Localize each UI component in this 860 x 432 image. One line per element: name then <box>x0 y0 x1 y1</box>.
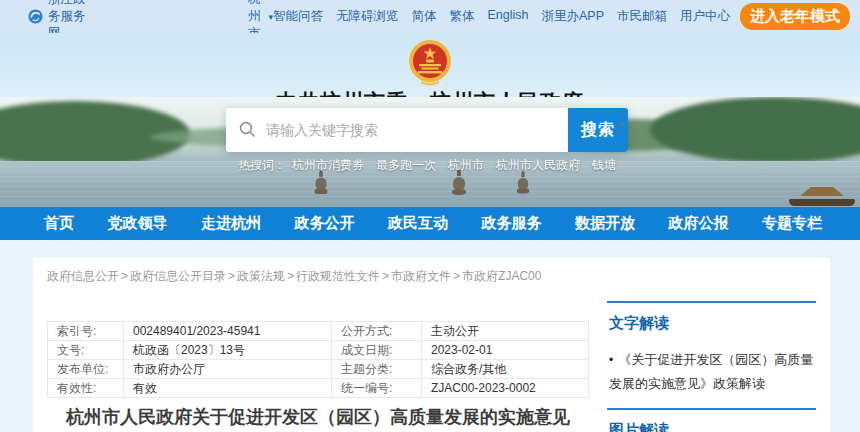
search-input[interactable] <box>226 108 568 152</box>
hot-word-link[interactable]: 杭州市 <box>448 158 484 172</box>
breadcrumb-item[interactable]: 行政规范性文件 <box>296 269 380 283</box>
meta-label: 发布单位: <box>48 360 124 379</box>
document-main-column: 索引号: 002489401/2023-45941 公开方式: 主动公开 文号:… <box>47 301 589 432</box>
text-interpretation-section: 文字解读 •《关于促进开发区（园区）高质量发展的实施意见》政策解读 <box>607 301 816 395</box>
page-body: 政府信息公开>政府信息公开目录>政策法规>行政规范性文件>市政府文件>市政府ZJ… <box>0 258 860 432</box>
breadcrumb-separator: > <box>382 269 389 283</box>
bullet-icon: • <box>609 353 613 367</box>
top-links: 智能问答 无障碍浏览 简体 繁体 English 浙里办APP 市民邮箱 用户中… <box>273 8 730 25</box>
nav-item-gov-disclosure[interactable]: 政务公开 <box>295 214 355 233</box>
breadcrumb-item[interactable]: 政府信息公开 <box>47 269 119 283</box>
breadcrumb-separator: > <box>453 269 460 283</box>
elder-mode-button[interactable]: 进入老年模式 <box>740 3 850 30</box>
nav-item-about-hangzhou[interactable]: 走进杭州 <box>201 214 261 233</box>
meta-label: 主题分类: <box>332 360 422 379</box>
image-interpretation-section: 图片解读 <box>607 408 816 432</box>
header-banner: 中共杭州市委 杭州市人民政府 搜索 热搜词：杭州市消费券最多跑一次杭州市杭州市人… <box>0 33 860 207</box>
hot-word-link[interactable]: 杭州市人民政府 <box>496 158 580 172</box>
meta-value: ZJAC00-2023-0002 <box>422 379 589 398</box>
meta-label: 成文日期: <box>332 341 422 360</box>
breadcrumb-item[interactable]: 政府信息公开目录 <box>130 269 226 283</box>
breadcrumb: 政府信息公开>政府信息公开目录>政策法规>行政规范性文件>市政府文件>市政府ZJ… <box>47 268 816 285</box>
document-title: 杭州市人民政府关于促进开发区（园区）高质量发展的实施意见 <box>47 405 589 429</box>
top-link-citizen-mailbox[interactable]: 市民邮箱 <box>617 8 667 25</box>
traditional-boat <box>787 187 857 206</box>
search-bar: 搜索 <box>226 108 628 152</box>
meta-value: 主动公开 <box>422 322 589 341</box>
tree-silhouette <box>650 97 860 163</box>
hot-search-label: 热搜词： <box>238 158 286 172</box>
text-interpretation-heading: 文字解读 <box>609 314 816 333</box>
hot-search-words: 热搜词：杭州市消费券最多跑一次杭州市杭州市人民政府钱塘 <box>0 157 860 174</box>
breadcrumb-separator: > <box>228 269 235 283</box>
meta-label: 文号: <box>48 341 124 360</box>
meta-value: 2023-02-01 <box>422 341 589 360</box>
nav-item-leaders[interactable]: 党政领导 <box>108 214 168 233</box>
top-link-english[interactable]: English <box>487 8 528 25</box>
nav-item-open-data[interactable]: 数据开放 <box>575 214 635 233</box>
top-utility-bar: 浙江政务服务网 杭州市 ▾ 智能问答 无障碍浏览 简体 繁体 English 浙… <box>0 0 860 33</box>
breadcrumb-item[interactable]: 市政府ZJAC00 <box>462 269 541 283</box>
meta-label: 公开方式: <box>332 322 422 341</box>
table-row: 有效性: 有效 统一编号: ZJAC00-2023-0002 <box>48 379 589 398</box>
top-link-accessibility[interactable]: 无障碍浏览 <box>336 8 399 25</box>
search-icon <box>239 121 256 138</box>
breadcrumb-item[interactable]: 市政府文件 <box>391 269 451 283</box>
search-button[interactable]: 搜索 <box>568 108 628 152</box>
text-interpretation-link[interactable]: •《关于促进开发区（园区）高质量发展的实施意见》政策解读 <box>609 348 816 395</box>
nav-item-gov-gazette[interactable]: 政府公报 <box>669 214 729 233</box>
meta-value: 002489401/2023-45941 <box>124 322 332 341</box>
main-navbar: 首页 党政领导 走进杭州 政务公开 政民互动 政务服务 数据开放 政府公报 专题… <box>0 207 860 240</box>
national-emblem-icon <box>407 37 453 89</box>
stone-pagoda <box>517 171 529 197</box>
hot-word-link[interactable]: 钱塘 <box>592 158 616 172</box>
breadcrumb-item[interactable]: 政策法规 <box>237 269 285 283</box>
breadcrumb-separator: > <box>121 269 128 283</box>
top-link-traditional[interactable]: 繁体 <box>449 8 474 25</box>
breadcrumb-separator: > <box>287 269 294 283</box>
meta-value: 综合政务/其他 <box>422 360 589 379</box>
top-link-zheliban-app[interactable]: 浙里办APP <box>541 8 604 25</box>
meta-value: 市政府办公厅 <box>124 360 332 379</box>
hot-word-link[interactable]: 杭州市消费券 <box>292 158 364 172</box>
content-row: 索引号: 002489401/2023-45941 公开方式: 主动公开 文号:… <box>47 301 816 432</box>
table-row: 发布单位: 市政府办公厅 主题分类: 综合政务/其他 <box>48 360 589 379</box>
interpretation-sidebar: 文字解读 •《关于促进开发区（园区）高质量发展的实施意见》政策解读 图片解读 <box>607 301 816 432</box>
meta-label: 统一编号: <box>332 379 422 398</box>
meta-label: 索引号: <box>48 322 124 341</box>
top-link-smart-qa[interactable]: 智能问答 <box>273 8 323 25</box>
top-link-simplified[interactable]: 简体 <box>411 8 436 25</box>
document-metadata-table: 索引号: 002489401/2023-45941 公开方式: 主动公开 文号:… <box>47 321 589 398</box>
zhejiang-gov-logo-icon <box>28 9 43 24</box>
hot-word-link[interactable]: 最多跑一次 <box>376 158 436 172</box>
table-row: 索引号: 002489401/2023-45941 公开方式: 主动公开 <box>48 322 589 341</box>
content-card: 政府信息公开>政府信息公开目录>政策法规>行政规范性文件>市政府文件>市政府ZJ… <box>33 258 830 432</box>
meta-value: 有效 <box>124 379 332 398</box>
nav-item-interaction[interactable]: 政民互动 <box>388 214 448 233</box>
stone-pagoda <box>315 170 328 198</box>
meta-value: 杭政函〔2023〕13号 <box>124 341 332 360</box>
nav-item-gov-services[interactable]: 政务服务 <box>482 214 542 233</box>
nav-item-home[interactable]: 首页 <box>44 214 74 233</box>
image-interpretation-heading: 图片解读 <box>609 421 816 432</box>
nav-item-special-topics[interactable]: 专题专栏 <box>762 214 822 233</box>
meta-label: 有效性: <box>48 379 124 398</box>
table-row: 文号: 杭政函〔2023〕13号 成文日期: 2023-02-01 <box>48 341 589 360</box>
top-link-user-center[interactable]: 用户中心 <box>680 8 730 25</box>
